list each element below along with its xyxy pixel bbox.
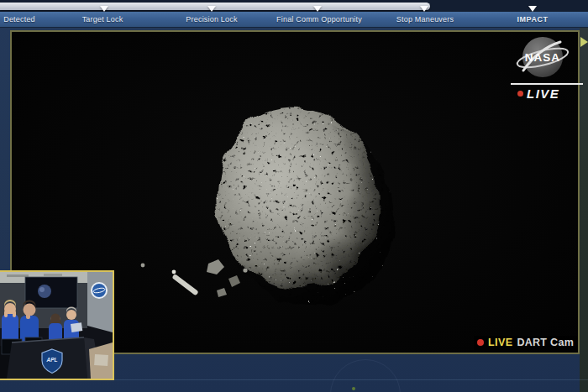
live-divider-line xyxy=(511,83,583,85)
debris-fragments xyxy=(141,259,248,297)
wall-screen xyxy=(25,277,77,308)
background-watermark-circle xyxy=(330,359,401,392)
apl-logo-label: APL xyxy=(46,357,58,363)
milestone-marker-icon xyxy=(100,6,108,12)
nasa-logo-block: NASA xyxy=(509,34,576,86)
camera-overlay: LIVE DART Cam xyxy=(474,336,577,350)
side-arrow-icon xyxy=(580,37,588,47)
timeline-track xyxy=(0,0,588,12)
camera-live-label: LIVE xyxy=(488,337,512,348)
milestone-label-final-comm: Final Comm Opportunity xyxy=(276,12,362,28)
laptop-screen xyxy=(71,322,82,332)
camera-name-label: DART Cam xyxy=(517,337,574,348)
network-live-badge: LIVE xyxy=(517,86,559,101)
milestone-marker-icon xyxy=(207,6,216,12)
live-indicator-dot-icon xyxy=(517,91,523,97)
milestone-marker-icon xyxy=(420,6,428,12)
asteroid-view xyxy=(109,55,487,324)
milestone-marker-icon xyxy=(528,6,537,12)
milestone-label-target-lock: Target Lock xyxy=(82,12,123,28)
control-room-scene: APL xyxy=(0,272,113,379)
milestone-label-precision-lock: Precision Lock xyxy=(186,12,237,28)
asteroid-body xyxy=(195,89,415,324)
live-badge-label: LIVE xyxy=(527,86,559,101)
milestone-marker-icon xyxy=(313,6,322,12)
camera-live-dot-icon xyxy=(477,339,484,346)
timeline-label-strip: Detected Target Lock Precision Lock Fina… xyxy=(0,12,588,28)
broadcast-screen: Detected Target Lock Precision Lock Fina… xyxy=(0,0,588,392)
milestone-label-stop-maneuvers: Stop Maneuvers xyxy=(396,12,454,28)
nasa-insignia-icon: NASA xyxy=(513,34,572,82)
milestone-label-detected: Detected xyxy=(3,12,35,28)
pip-control-room-window[interactable]: APL xyxy=(0,270,114,380)
nasa-wordmark: NASA xyxy=(525,51,560,64)
milestone-label-impact: IMPACT xyxy=(517,12,549,28)
status-dot xyxy=(352,387,355,390)
